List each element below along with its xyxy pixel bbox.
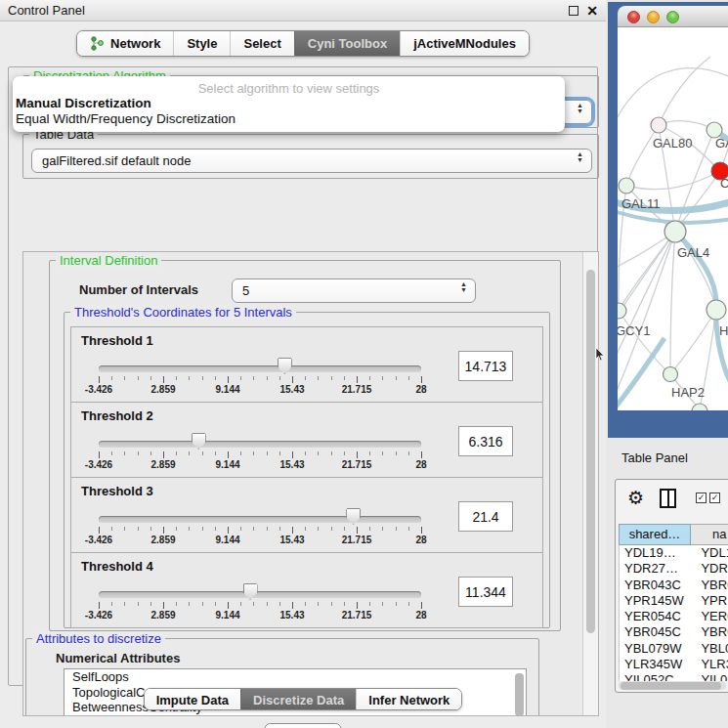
zoom-light[interactable] [666, 11, 679, 23]
cell-shared-name[interactable]: YDR27… [620, 561, 691, 577]
tab-select[interactable]: Select [230, 31, 293, 56]
close-light[interactable] [627, 11, 640, 23]
cell-shared-name[interactable]: YER054C [620, 609, 691, 624]
threshold-value-field[interactable]: 14.713 [458, 351, 513, 381]
slider-tick-labels: -3.4262.8599.14415.4321.71528 [99, 610, 421, 622]
table-panel-header: Table Panel [608, 446, 728, 471]
minimize-light[interactable] [647, 11, 660, 23]
close-icon[interactable]: ✕ [586, 2, 598, 20]
gear-icon[interactable]: ⚙ [627, 487, 644, 509]
cell-name[interactable]: YIL05 [691, 672, 728, 681]
network-icon [90, 36, 105, 51]
cell-shared-name[interactable]: YDL19… [620, 545, 691, 561]
cell-shared-name[interactable]: YPR145W [620, 593, 691, 609]
cell-name[interactable]: YBL07 [691, 641, 728, 657]
node-label: GCY1 [618, 323, 650, 338]
table-row[interactable]: YER054CYER05 [620, 609, 728, 624]
table-row[interactable]: YDL19…YDL19 [620, 545, 728, 561]
tab-network[interactable]: Network [77, 31, 173, 56]
threshold-box: Threshold 3-3.4262.8599.14415.4321.71528… [70, 477, 543, 553]
network-node[interactable] [664, 221, 686, 242]
slider-track[interactable] [99, 365, 421, 372]
attribute-list-item[interactable]: SelfLoops [64, 669, 526, 685]
combo-arrows-icon: ▲▼ [577, 103, 583, 114]
table-row[interactable]: YBR043CYBR04 [620, 578, 728, 593]
slider-track[interactable] [99, 516, 421, 523]
float-window-icon[interactable] [569, 6, 578, 16]
node-label: H [719, 323, 728, 338]
cell-name[interactable]: YLR34 [691, 657, 728, 672]
numerical-attributes-label: Numerical Attributes [56, 651, 180, 665]
network-node[interactable] [707, 300, 726, 320]
cell-shared-name[interactable]: YIL052C [620, 672, 691, 681]
cell-shared-name[interactable]: YLR345W [620, 657, 691, 672]
scrollbar-thumb[interactable] [586, 270, 595, 633]
node-table: shared… na YDL19…YDL19YDR27…YDR27YBR043C… [619, 524, 728, 681]
apply-button[interactable]: Apply [264, 723, 341, 728]
threshold-value-field[interactable]: 11.344 [458, 577, 513, 607]
tab-jactivemnodules[interactable]: jActiveMNodules [400, 31, 529, 56]
tab-style[interactable]: Style [173, 31, 230, 56]
node-label: HAP2 [671, 385, 705, 400]
checkbox-icon[interactable]: ✓ [696, 492, 707, 503]
algorithm-menu-item[interactable]: Manual Discretization [13, 96, 565, 111]
thresholds-group-title: Threshold's Coordinates for 5 Intervals [70, 305, 296, 320]
table-row[interactable]: YBL079WYBL07 [620, 641, 728, 657]
algorithm-dropdown-popup: Select algorithm to view settings Manual… [13, 76, 565, 132]
settings-vertical-scrollbar[interactable] [582, 252, 598, 715]
cell-name[interactable]: YER05 [691, 609, 728, 624]
table-row[interactable]: YIL052CYIL05 [620, 672, 728, 681]
attributes-group-title: Attributes to discretize [32, 631, 165, 646]
network-node[interactable] [651, 117, 666, 133]
cell-name[interactable]: YPR14 [691, 593, 728, 609]
tab-impute-data[interactable]: Impute Data [145, 689, 240, 710]
tab-label: Style [187, 36, 217, 51]
network-window-titlebar [618, 6, 728, 27]
cell-name[interactable]: YBR04 [691, 624, 728, 640]
table-horizontal-scrollbar[interactable] [619, 681, 726, 690]
cell-name[interactable]: YDL19 [691, 545, 728, 561]
table-row[interactable]: YPR145WYPR14 [620, 593, 728, 609]
cell-name[interactable]: YBR04 [691, 578, 728, 593]
algorithm-menu-item[interactable]: Equal Width/Frequency Discretization [13, 111, 565, 127]
table-row[interactable]: YDR27…YDR27 [620, 561, 728, 577]
tab-infer-network[interactable]: Infer Network [356, 689, 461, 710]
network-graph: GAL80GACGAL11GAL4GCY1HHAP2 [618, 27, 728, 410]
tab-label: Discretize Data [253, 693, 344, 707]
settings-scrollpane: Interval Definition Number of Intervals … [22, 251, 599, 716]
cell-shared-name[interactable]: YBR045C [620, 624, 691, 640]
slider-track[interactable] [99, 591, 421, 598]
network-canvas[interactable]: GAL80GACGAL11GAL4GCY1HHAP2 [618, 27, 728, 410]
table-row[interactable]: YBR045CYBR04 [620, 624, 728, 640]
slider-tick-labels: -3.4262.8599.14415.4321.71528 [99, 459, 421, 472]
tab-label: Impute Data [156, 693, 229, 707]
table-data-combobox-value: galFiltered.sif default node [42, 153, 191, 168]
tab-discretize-data[interactable]: Discretize Data [240, 689, 356, 710]
num-intervals-value: 5 [242, 283, 249, 298]
checkbox-icon[interactable]: ✓ [709, 492, 720, 503]
column-header-name[interactable]: na [691, 524, 728, 545]
threshold-value-field[interactable]: 21.4 [458, 501, 513, 532]
cell-shared-name[interactable]: YBR043C [620, 578, 691, 593]
control-panel-title: Control Panel [8, 3, 85, 18]
cell-shared-name[interactable]: YBL079W [620, 641, 691, 657]
tab-cyni-toolbox[interactable]: Cyni Toolbox [294, 31, 400, 56]
cyni-panel: Discretization Algorithm ▲▼ Table Data g… [8, 66, 598, 686]
split-columns-icon[interactable] [660, 489, 676, 508]
threshold-label: Threshold 4 [81, 559, 153, 574]
num-intervals-combobox[interactable]: 5 ▲▼ [232, 278, 476, 303]
scrollbar-thumb[interactable] [621, 682, 721, 690]
table-data-combobox[interactable]: galFiltered.sif default node ▲▼ [31, 149, 592, 173]
network-node[interactable] [692, 404, 707, 410]
threshold-value-field[interactable]: 6.316 [458, 426, 513, 456]
network-node[interactable] [618, 303, 626, 319]
threshold-label: Threshold 2 [81, 408, 153, 423]
network-node[interactable] [664, 367, 678, 382]
table-row[interactable]: YLR345WYLR34 [620, 657, 728, 672]
column-header-shared-name[interactable]: shared… [619, 524, 691, 545]
algorithm-popup-hint: Select algorithm to view settings [13, 76, 565, 96]
slider-track[interactable] [99, 441, 421, 448]
cell-name[interactable]: YDR27 [691, 561, 728, 577]
network-node[interactable] [619, 178, 634, 193]
slider-ticks [99, 451, 421, 458]
